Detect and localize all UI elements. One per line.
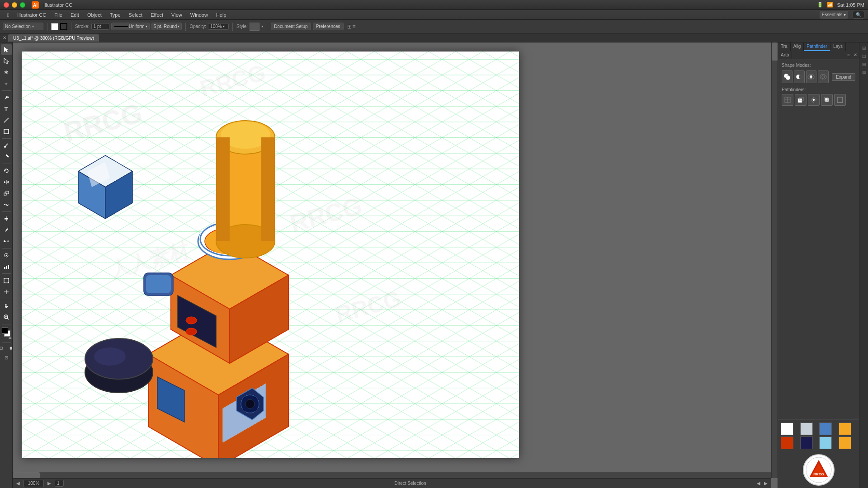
edge-btn-2[interactable]: ⊡ xyxy=(860,52,868,60)
zoom-tool[interactable] xyxy=(1,312,12,323)
magic-wand-tool[interactable]: ✱ xyxy=(1,67,12,78)
panel-tab-pathfinder[interactable]: Pathfinder xyxy=(804,42,830,51)
menu-type[interactable]: Type xyxy=(106,11,124,19)
pathfinder-crop[interactable] xyxy=(821,94,833,106)
column-graph-tool[interactable] xyxy=(1,261,12,272)
fullscreen-button[interactable] xyxy=(20,2,25,8)
menu-view[interactable]: View xyxy=(168,11,186,19)
menu-select[interactable]: Select xyxy=(125,11,146,19)
blend-tool[interactable] xyxy=(1,236,12,247)
slice-tool[interactable] xyxy=(1,286,12,297)
navigate-prev-icon[interactable]: ◀ xyxy=(16,481,20,486)
shape-mode-unite[interactable] xyxy=(782,70,793,83)
menu-edit[interactable]: Edit xyxy=(67,11,83,19)
swatch-blue[interactable] xyxy=(819,422,832,435)
close-button[interactable] xyxy=(4,2,9,8)
menu-help[interactable]: Help xyxy=(212,11,230,19)
expand-button[interactable]: Expand xyxy=(832,73,855,81)
scrollbar-thumb-v[interactable] xyxy=(772,42,778,61)
panel-close-icon[interactable]: ✕ xyxy=(852,51,859,59)
artboard-prev-icon[interactable]: ◀ xyxy=(757,481,760,486)
stroke-width-input[interactable]: 1 pt xyxy=(91,23,109,30)
essentials-dropdown[interactable]: Essentials ▾ xyxy=(820,11,848,19)
artboard[interactable]: RRCG RRCG RRCG 人人素材 RRCG xyxy=(22,52,519,458)
zoom-input[interactable]: 100% xyxy=(24,480,44,487)
swatch-yellow[interactable] xyxy=(839,436,851,449)
stroke-type-dropdown[interactable]: Uniform ▾ xyxy=(111,23,150,30)
rotate-tool[interactable] xyxy=(1,165,12,176)
artboard-tool[interactable] xyxy=(1,275,12,286)
rect-tool[interactable] xyxy=(1,126,12,137)
shape-mode-minus-front[interactable] xyxy=(794,70,805,83)
edge-btn-4[interactable]: ⊠ xyxy=(860,69,868,76)
symbol-sprayer-tool[interactable] xyxy=(1,250,12,261)
shape-mode-intersect[interactable] xyxy=(806,70,817,83)
edge-btn-3[interactable]: ⊟ xyxy=(860,61,868,68)
stroke-swatch[interactable] xyxy=(60,23,67,30)
opacity-label: Opacity: xyxy=(189,24,206,29)
panel-tab-layers[interactable]: Lays xyxy=(830,42,846,51)
scrollbar-thumb-h[interactable] xyxy=(13,472,40,479)
arrange-icon[interactable]: ⊞ xyxy=(347,23,352,30)
direct-selection-tool[interactable] xyxy=(1,56,12,66)
pathfinder-trim[interactable] xyxy=(795,94,807,106)
pen-tool[interactable] xyxy=(1,92,12,103)
swatch-gray[interactable] xyxy=(800,422,813,435)
svg-rect-30 xyxy=(8,282,9,283)
fill-swatch[interactable] xyxy=(51,23,58,30)
swatch-orange[interactable] xyxy=(839,422,851,435)
swatch-navy[interactable] xyxy=(800,436,813,449)
page-input[interactable]: 1 xyxy=(55,480,64,487)
stroke-pts-dropdown[interactable]: 5 pt. Round ▾ xyxy=(151,23,182,30)
color-selector[interactable]: ⇄ xyxy=(1,327,12,340)
normal-mode[interactable]: ◻ xyxy=(0,344,6,352)
menu-object[interactable]: Object xyxy=(84,11,105,19)
document-setup-button[interactable]: Document Setup xyxy=(271,23,311,30)
selection-dropdown[interactable]: No Selection ▾ xyxy=(3,23,43,30)
svg-marker-95 xyxy=(812,99,815,101)
pathfinder-divide[interactable] xyxy=(782,94,793,106)
horizontal-scrollbar[interactable] xyxy=(13,472,771,478)
type-tool[interactable]: T xyxy=(1,103,12,114)
pathfinder-merge[interactable] xyxy=(808,94,820,106)
pencil-tool[interactable] xyxy=(1,151,12,162)
menu-window[interactable]: Window xyxy=(187,11,212,19)
outline-mode[interactable]: ◼ xyxy=(7,344,13,352)
warp-tool[interactable] xyxy=(1,199,12,210)
hand-tool[interactable] xyxy=(1,300,12,311)
swatch-red[interactable] xyxy=(781,436,793,449)
navigate-next-icon[interactable]: ▶ xyxy=(47,481,51,486)
paintbrush-tool[interactable] xyxy=(1,140,12,151)
panel-tab-align[interactable]: Alig xyxy=(791,42,804,51)
style-preview[interactable] xyxy=(250,23,259,31)
search-box[interactable]: 🔍 xyxy=(853,11,864,19)
swatch-white[interactable] xyxy=(781,422,793,435)
edge-btn-1[interactable]: ⊞ xyxy=(860,44,868,52)
vertical-scrollbar[interactable] xyxy=(771,42,778,478)
minimize-button[interactable] xyxy=(12,2,17,8)
artboard-next-icon[interactable]: ▶ xyxy=(764,481,768,486)
lasso-tool[interactable]: ⌖ xyxy=(1,78,12,89)
panel-tab-transform[interactable]: Tra xyxy=(778,42,791,51)
menu-effect[interactable]: Effect xyxy=(147,11,167,19)
selection-tool[interactable] xyxy=(1,44,12,55)
scale-tool[interactable] xyxy=(1,188,12,199)
panel-tab-artboards[interactable]: Artb xyxy=(778,51,792,59)
preferences-button[interactable]: Preferences xyxy=(313,23,344,30)
panel-options-icon[interactable]: ≡ xyxy=(845,51,852,59)
line-tool[interactable] xyxy=(1,115,12,126)
screen-mode[interactable]: ⊡ xyxy=(1,352,12,363)
menu-illustrator[interactable]: Illustrator CC xyxy=(14,11,50,19)
document-tab[interactable]: U3_L1.ai* @ 300% (RGB/GPU Preview) xyxy=(8,34,99,42)
menu-apple[interactable]:  xyxy=(4,11,13,19)
menu-file[interactable]: File xyxy=(51,11,66,19)
swatch-lightblue[interactable] xyxy=(819,436,832,449)
pathfinder-outline[interactable] xyxy=(834,94,846,106)
shape-mode-exclude[interactable] xyxy=(818,70,829,83)
options-icon[interactable]: ≡ xyxy=(353,23,356,30)
swap-colors-icon[interactable]: ⇄ xyxy=(9,336,12,340)
reflect-tool[interactable] xyxy=(1,177,12,188)
width-tool[interactable] xyxy=(1,213,12,224)
opacity-input[interactable]: 100% ▾ xyxy=(208,23,229,30)
eyedropper-tool[interactable] xyxy=(1,225,12,235)
